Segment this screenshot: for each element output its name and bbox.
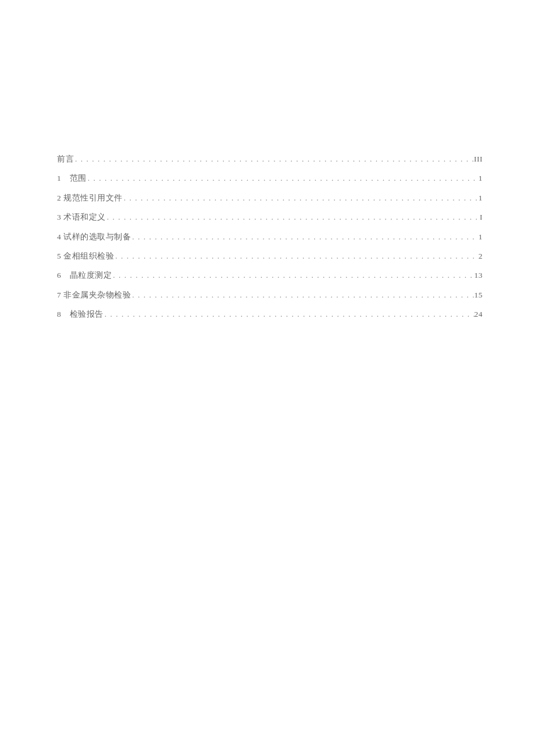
toc-entry: 3 术语和定义 I <box>57 212 483 223</box>
toc-entry: 1 范围 1 <box>57 173 483 184</box>
toc-page-number: 1 <box>479 193 483 204</box>
toc-page-number: 2 <box>479 251 483 262</box>
toc-entry: 4 试样的选取与制备 1 <box>57 232 483 243</box>
toc-label: 1 范围 <box>57 173 87 184</box>
toc-page-number: 15 <box>475 290 483 301</box>
toc-leader-dots <box>131 232 479 243</box>
toc-leader-dots <box>74 154 474 165</box>
toc-entry: 前言 III <box>57 154 483 165</box>
toc-label: 前言 <box>57 154 74 165</box>
toc-label: 3 术语和定义 <box>57 212 106 223</box>
toc-leader-dots <box>87 173 479 184</box>
table-of-contents: 前言 III 1 范围 1 2 规范性引用文件 1 3 术语和定义 I 4 试样… <box>57 154 483 320</box>
toc-page-number: 13 <box>475 270 483 281</box>
toc-label: 7 非金属夹杂物检验 <box>57 290 131 301</box>
toc-leader-dots <box>114 251 479 262</box>
toc-page-number: III <box>474 154 483 165</box>
toc-entry: 5 金相组织检验 2 <box>57 251 483 262</box>
toc-leader-dots <box>104 309 475 320</box>
toc-leader-dots <box>123 193 479 204</box>
toc-entry: 2 规范性引用文件 1 <box>57 193 483 204</box>
toc-label: 6 晶粒度测定 <box>57 270 112 281</box>
toc-entry: 7 非金属夹杂物检验 15 <box>57 290 483 301</box>
toc-entry: 8 检验报告 24 <box>57 309 483 320</box>
toc-label: 5 金相组织检验 <box>57 251 114 262</box>
toc-page-number: 1 <box>479 232 483 243</box>
toc-leader-dots <box>131 290 474 301</box>
toc-leader-dots <box>106 212 480 223</box>
toc-label: 2 规范性引用文件 <box>57 193 123 204</box>
toc-leader-dots <box>112 270 474 281</box>
toc-page-number: I <box>480 212 483 223</box>
toc-page-number: 24 <box>475 309 483 320</box>
toc-label: 8 检验报告 <box>57 309 104 320</box>
toc-label: 4 试样的选取与制备 <box>57 232 131 243</box>
toc-entry: 6 晶粒度测定 13 <box>57 270 483 281</box>
toc-page-number: 1 <box>479 173 483 184</box>
document-page: 前言 III 1 范围 1 2 规范性引用文件 1 3 术语和定义 I 4 试样… <box>0 0 535 320</box>
